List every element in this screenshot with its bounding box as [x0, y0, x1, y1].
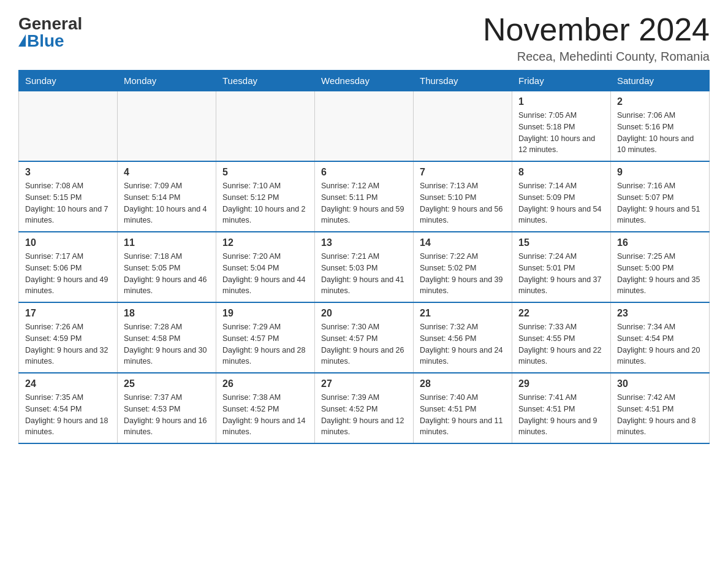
calendar-cell: 1Sunrise: 7:05 AMSunset: 5:18 PMDaylight…: [512, 91, 611, 162]
day-number: 17: [25, 308, 111, 319]
day-info: Sunrise: 7:42 AMSunset: 4:51 PMDaylight:…: [617, 392, 703, 438]
month-title: November 2024: [483, 12, 710, 47]
weekday-header-friday: Friday: [512, 71, 611, 91]
day-info: Sunrise: 7:29 AMSunset: 4:57 PMDaylight:…: [222, 321, 308, 367]
day-info: Sunrise: 7:22 AMSunset: 5:02 PMDaylight:…: [420, 251, 506, 297]
calendar-week-1: 1Sunrise: 7:05 AMSunset: 5:18 PMDaylight…: [19, 91, 710, 162]
calendar-cell: 6Sunrise: 7:12 AMSunset: 5:11 PMDaylight…: [315, 161, 414, 232]
calendar-cell: [216, 91, 315, 162]
day-info: Sunrise: 7:40 AMSunset: 4:51 PMDaylight:…: [420, 392, 506, 438]
calendar-cell: 7Sunrise: 7:13 AMSunset: 5:10 PMDaylight…: [414, 161, 512, 232]
day-info: Sunrise: 7:30 AMSunset: 4:57 PMDaylight:…: [321, 321, 407, 367]
day-info: Sunrise: 7:09 AMSunset: 5:14 PMDaylight:…: [124, 180, 210, 226]
day-info: Sunrise: 7:14 AMSunset: 5:09 PMDaylight:…: [518, 180, 604, 226]
day-info: Sunrise: 7:33 AMSunset: 4:55 PMDaylight:…: [518, 321, 604, 367]
day-info: Sunrise: 7:17 AMSunset: 5:06 PMDaylight:…: [25, 251, 111, 297]
location-text: Recea, Mehedinti County, Romania: [483, 50, 710, 64]
day-info: Sunrise: 7:13 AMSunset: 5:10 PMDaylight:…: [420, 180, 506, 226]
calendar-cell: 25Sunrise: 7:37 AMSunset: 4:53 PMDayligh…: [118, 373, 216, 443]
day-number: 29: [518, 378, 604, 389]
calendar-cell: 9Sunrise: 7:16 AMSunset: 5:07 PMDaylight…: [611, 161, 710, 232]
day-number: 12: [222, 237, 308, 248]
calendar-cell: 2Sunrise: 7:06 AMSunset: 5:16 PMDaylight…: [611, 91, 710, 162]
day-number: 1: [518, 96, 604, 107]
day-info: Sunrise: 7:38 AMSunset: 4:52 PMDaylight:…: [222, 392, 308, 438]
day-info: Sunrise: 7:16 AMSunset: 5:07 PMDaylight:…: [617, 180, 703, 226]
calendar-cell: 13Sunrise: 7:21 AMSunset: 5:03 PMDayligh…: [315, 232, 414, 302]
calendar-cell: 28Sunrise: 7:40 AMSunset: 4:51 PMDayligh…: [414, 373, 512, 443]
calendar-cell: 20Sunrise: 7:30 AMSunset: 4:57 PMDayligh…: [315, 302, 414, 373]
day-number: 14: [420, 237, 506, 248]
weekday-header-thursday: Thursday: [414, 71, 512, 91]
day-number: 20: [321, 308, 407, 319]
day-info: Sunrise: 7:37 AMSunset: 4:53 PMDaylight:…: [124, 392, 210, 438]
calendar-cell: [414, 91, 512, 162]
logo-blue-text: Blue: [18, 33, 64, 50]
logo: General Blue: [18, 12, 82, 50]
calendar-cell: 17Sunrise: 7:26 AMSunset: 4:59 PMDayligh…: [19, 302, 118, 373]
calendar-cell: 23Sunrise: 7:34 AMSunset: 4:54 PMDayligh…: [611, 302, 710, 373]
day-number: 16: [617, 237, 703, 248]
page-header: General Blue November 2024 Recea, Mehedi…: [18, 12, 710, 64]
calendar-cell: 18Sunrise: 7:28 AMSunset: 4:58 PMDayligh…: [118, 302, 216, 373]
calendar-week-3: 10Sunrise: 7:17 AMSunset: 5:06 PMDayligh…: [19, 232, 710, 302]
calendar-week-5: 24Sunrise: 7:35 AMSunset: 4:54 PMDayligh…: [19, 373, 710, 443]
day-info: Sunrise: 7:26 AMSunset: 4:59 PMDaylight:…: [25, 321, 111, 367]
calendar-cell: [118, 91, 216, 162]
calendar-week-4: 17Sunrise: 7:26 AMSunset: 4:59 PMDayligh…: [19, 302, 710, 373]
day-number: 19: [222, 308, 308, 319]
day-info: Sunrise: 7:35 AMSunset: 4:54 PMDaylight:…: [25, 392, 111, 438]
calendar-cell: 27Sunrise: 7:39 AMSunset: 4:52 PMDayligh…: [315, 373, 414, 443]
day-info: Sunrise: 7:32 AMSunset: 4:56 PMDaylight:…: [420, 321, 506, 367]
day-number: 21: [420, 308, 506, 319]
day-number: 6: [321, 167, 407, 178]
weekday-header-sunday: Sunday: [19, 71, 118, 91]
calendar-cell: 4Sunrise: 7:09 AMSunset: 5:14 PMDaylight…: [118, 161, 216, 232]
calendar-cell: 26Sunrise: 7:38 AMSunset: 4:52 PMDayligh…: [216, 373, 315, 443]
calendar-cell: 22Sunrise: 7:33 AMSunset: 4:55 PMDayligh…: [512, 302, 611, 373]
day-number: 22: [518, 308, 604, 319]
day-number: 11: [124, 237, 210, 248]
day-number: 2: [617, 96, 703, 107]
calendar-cell: 30Sunrise: 7:42 AMSunset: 4:51 PMDayligh…: [611, 373, 710, 443]
calendar-cell: 24Sunrise: 7:35 AMSunset: 4:54 PMDayligh…: [19, 373, 118, 443]
calendar-header-row: SundayMondayTuesdayWednesdayThursdayFrid…: [19, 71, 710, 91]
logo-general-text: General: [18, 15, 82, 33]
day-number: 3: [25, 167, 111, 178]
day-info: Sunrise: 7:08 AMSunset: 5:15 PMDaylight:…: [25, 180, 111, 226]
weekday-header-tuesday: Tuesday: [216, 71, 315, 91]
day-info: Sunrise: 7:18 AMSunset: 5:05 PMDaylight:…: [124, 251, 210, 297]
day-number: 8: [518, 167, 604, 178]
day-info: Sunrise: 7:10 AMSunset: 5:12 PMDaylight:…: [222, 180, 308, 226]
logo-triangle-icon: [18, 34, 26, 47]
calendar-cell: 21Sunrise: 7:32 AMSunset: 4:56 PMDayligh…: [414, 302, 512, 373]
day-info: Sunrise: 7:41 AMSunset: 4:51 PMDaylight:…: [518, 392, 604, 438]
calendar-cell: 8Sunrise: 7:14 AMSunset: 5:09 PMDaylight…: [512, 161, 611, 232]
day-number: 4: [124, 167, 210, 178]
day-number: 28: [420, 378, 506, 389]
day-info: Sunrise: 7:21 AMSunset: 5:03 PMDaylight:…: [321, 251, 407, 297]
day-number: 5: [222, 167, 308, 178]
calendar-cell: 5Sunrise: 7:10 AMSunset: 5:12 PMDaylight…: [216, 161, 315, 232]
calendar-cell: 15Sunrise: 7:24 AMSunset: 5:01 PMDayligh…: [512, 232, 611, 302]
day-number: 26: [222, 378, 308, 389]
weekday-header-saturday: Saturday: [611, 71, 710, 91]
calendar-cell: 10Sunrise: 7:17 AMSunset: 5:06 PMDayligh…: [19, 232, 118, 302]
day-info: Sunrise: 7:20 AMSunset: 5:04 PMDaylight:…: [222, 251, 308, 297]
day-number: 7: [420, 167, 506, 178]
calendar-cell: 19Sunrise: 7:29 AMSunset: 4:57 PMDayligh…: [216, 302, 315, 373]
day-number: 18: [124, 308, 210, 319]
day-number: 23: [617, 308, 703, 319]
day-number: 13: [321, 237, 407, 248]
day-number: 24: [25, 378, 111, 389]
calendar-cell: 11Sunrise: 7:18 AMSunset: 5:05 PMDayligh…: [118, 232, 216, 302]
day-number: 10: [25, 237, 111, 248]
calendar-week-2: 3Sunrise: 7:08 AMSunset: 5:15 PMDaylight…: [19, 161, 710, 232]
day-number: 27: [321, 378, 407, 389]
calendar-cell: 29Sunrise: 7:41 AMSunset: 4:51 PMDayligh…: [512, 373, 611, 443]
calendar-table: SundayMondayTuesdayWednesdayThursdayFrid…: [18, 70, 710, 444]
day-info: Sunrise: 7:24 AMSunset: 5:01 PMDaylight:…: [518, 251, 604, 297]
calendar-cell: 16Sunrise: 7:25 AMSunset: 5:00 PMDayligh…: [611, 232, 710, 302]
calendar-cell: 12Sunrise: 7:20 AMSunset: 5:04 PMDayligh…: [216, 232, 315, 302]
day-number: 15: [518, 237, 604, 248]
